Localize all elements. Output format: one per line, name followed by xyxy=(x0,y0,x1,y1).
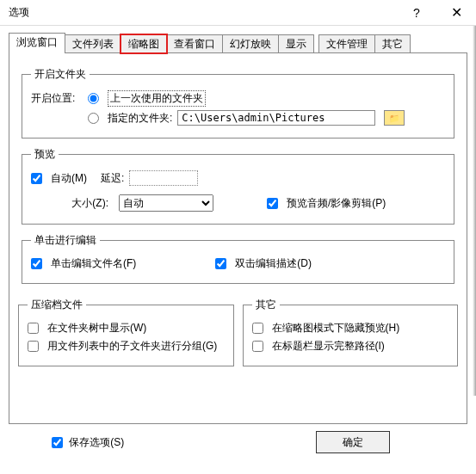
tab-slideshow[interactable]: 幻灯放映 xyxy=(222,34,279,53)
legend-misc: 其它 xyxy=(252,298,280,312)
group-preview: 预览 自动(M) 延迟: 大小(Z): 自动 预览音频/影像剪辑(P) xyxy=(22,147,454,225)
checkbox-save-options[interactable] xyxy=(52,437,63,448)
delay-label: 延迟: xyxy=(101,171,124,186)
fixed-folder-path[interactable]: C:\Users\admin\Pictures xyxy=(177,110,375,126)
legend-archive: 压缩档文件 xyxy=(28,298,86,312)
checkbox-auto-label: 自动(M) xyxy=(51,171,87,186)
group-open-folder: 开启文件夹 开启位置: 上一次使用的文件夹 指定的文件夹: C:\Users\a… xyxy=(22,67,454,139)
delay-input[interactable] xyxy=(129,170,198,186)
tab-display[interactable]: 显示 xyxy=(278,34,314,53)
tab-panel: 开启文件夹 开启位置: 上一次使用的文件夹 指定的文件夹: C:\Users\a… xyxy=(9,52,467,424)
tab-file-list[interactable]: 文件列表 xyxy=(65,34,121,53)
checkbox-save-options-label: 保存选项(S) xyxy=(69,436,124,448)
checkbox-hide-preview[interactable] xyxy=(252,323,263,334)
ok-button[interactable]: 确定 xyxy=(316,431,390,453)
size-label: 大小(Z): xyxy=(31,196,108,211)
radio-fixed-folder[interactable] xyxy=(88,113,99,124)
window-shadow xyxy=(473,26,476,396)
tab-thumbnail[interactable]: 缩略图 xyxy=(121,34,167,53)
checkbox-group-sub-label: 用文件列表中的子文件夹进行分组(G) xyxy=(47,339,217,354)
group-misc: 其它 在缩略图模式下隐藏预览(H) 在标题栏显示完整路径(I) xyxy=(243,298,459,366)
tab-other[interactable]: 其它 xyxy=(374,34,411,53)
checkbox-show-in-tree[interactable] xyxy=(28,323,39,334)
checkbox-dblclick-desc[interactable] xyxy=(215,258,226,269)
radio-fixed-folder-label: 指定的文件夹: xyxy=(108,111,172,126)
checkbox-auto[interactable] xyxy=(31,173,42,184)
checkbox-click-filename[interactable] xyxy=(31,258,42,269)
checkbox-titlebar-path[interactable] xyxy=(252,341,263,352)
checkbox-titlebar-path-label: 在标题栏显示完整路径(I) xyxy=(272,339,385,354)
checkbox-group-sub[interactable] xyxy=(28,341,39,352)
window-title: 选项 xyxy=(9,5,397,20)
tab-view-window[interactable]: 查看窗口 xyxy=(166,34,223,53)
radio-last-folder[interactable] xyxy=(88,93,99,104)
help-button[interactable]: ? xyxy=(397,0,436,26)
close-button[interactable]: ✕ xyxy=(436,0,476,26)
size-select[interactable]: 自动 xyxy=(119,194,213,212)
group-click-edit: 单击进行编辑 单击编辑文件名(F) 双击编辑描述(D) xyxy=(22,233,454,284)
checkbox-av-preview[interactable] xyxy=(267,198,278,209)
open-location-label: 开启位置: xyxy=(31,91,83,106)
radio-last-folder-label: 上一次使用的文件夹 xyxy=(108,90,206,107)
legend-click-edit: 单击进行编辑 xyxy=(31,233,100,248)
tab-file-manage[interactable]: 文件管理 xyxy=(318,34,375,53)
browse-folder-button[interactable]: 📁 xyxy=(384,110,405,126)
legend-preview: 预览 xyxy=(31,147,59,162)
group-archive: 压缩档文件 在文件夹树中显示(W) 用文件列表中的子文件夹进行分组(G) xyxy=(18,298,234,366)
checkbox-click-filename-label: 单击编辑文件名(F) xyxy=(51,256,136,271)
checkbox-show-in-tree-label: 在文件夹树中显示(W) xyxy=(47,321,146,335)
legend-open-folder: 开启文件夹 xyxy=(31,67,90,82)
checkbox-av-preview-label: 预览音频/影像剪辑(P) xyxy=(287,196,386,211)
tab-browse-window[interactable]: 浏览窗口 xyxy=(9,33,65,53)
tab-bar: 浏览窗口 文件列表 缩略图 查看窗口 幻灯放映 显示 文件管理 其它 xyxy=(9,33,467,53)
checkbox-dblclick-desc-label: 双击编辑描述(D) xyxy=(235,256,312,271)
folder-icon: 📁 xyxy=(389,114,399,123)
checkbox-hide-preview-label: 在缩略图模式下隐藏预览(H) xyxy=(272,321,400,335)
